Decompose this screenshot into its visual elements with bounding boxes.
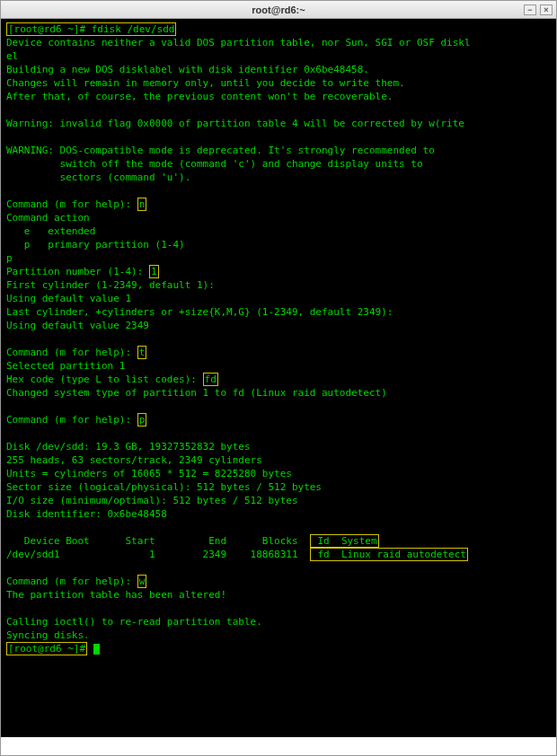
disk-info-line: 255 heads, 63 sectors/track, 2349 cylind… (6, 454, 262, 466)
output-line: el (6, 50, 18, 62)
output-line: Changes will remain in memory only, unti… (6, 77, 405, 89)
table-row-idsys: fd Linux raid autodetect (310, 548, 468, 561)
user-input-fd: fd (203, 373, 218, 386)
output-line: WARNING: DOS-compatible mode is deprecat… (6, 145, 435, 156)
output-line: Warning: invalid flag 0x0000 of partitio… (6, 118, 464, 129)
output-line: After that, of course, the previous cont… (6, 91, 393, 102)
shell-prompt: [root@rd6 ~]# (8, 643, 85, 655)
output-line: Selected partition 1 (6, 360, 125, 372)
command-prompt: Command (m for help): (6, 576, 131, 587)
table-header: Device Boot Start End Blocks (6, 535, 310, 547)
user-input-w: w (137, 575, 147, 588)
output-line: Building a new DOS disklabel with disk i… (6, 64, 369, 75)
output-line: Changed system type of partition 1 to fd… (6, 387, 387, 399)
output-line: p primary partition (1-4) (6, 239, 185, 251)
output-line: The partition table has been altered! (6, 589, 226, 601)
output-line: Device contains neither a valid DOS part… (6, 37, 471, 48)
user-input-t: t (137, 346, 147, 359)
output-line: First cylinder (1-2349, default 1): (6, 279, 215, 291)
fdisk-command: fdisk /dev/sdd (92, 23, 175, 35)
output-line: switch off the mode (command 'c') and ch… (6, 158, 423, 170)
shell-prompt: [root@rd6 ~]# (8, 23, 85, 35)
disk-info-line: Sector size (logical/physical): 512 byte… (6, 481, 322, 493)
output-line: Command action (6, 212, 90, 224)
window-titlebar: root@rd6:~ − × (1, 1, 556, 19)
disk-info-line: Disk identifier: 0x6be48458 (6, 508, 167, 520)
user-input-p: p (137, 413, 147, 426)
output-line: e extended (6, 225, 95, 237)
user-input-p: p (6, 252, 13, 264)
partition-number-prompt: Partition number (1-4): (6, 266, 143, 277)
disk-info-line: Units = cylinders of 16065 * 512 = 82252… (6, 468, 292, 479)
hexcode-prompt: Hex code (type L to list codes): (6, 374, 197, 385)
command-prompt: Command (m for help): (6, 347, 131, 358)
disk-info-line: Disk /dev/sdd: 19.3 GB, 19327352832 byte… (6, 441, 251, 453)
output-line: Last cylinder, +cylinders or +size{K,M,G… (6, 306, 393, 318)
output-line: Calling ioctl() to re-read partition tab… (6, 616, 262, 628)
window-title: root@rd6:~ (252, 4, 305, 15)
command-prompt: Command (m for help): (6, 198, 131, 210)
output-line: Using default value 2349 (6, 320, 149, 331)
output-line: sectors (command 'u'). (6, 171, 190, 183)
table-header-idsys: Id System (310, 534, 379, 548)
table-row: /dev/sdd1 1 2349 18868311 (6, 549, 310, 560)
output-line: Using default value 1 (6, 293, 131, 304)
close-button[interactable]: × (540, 4, 553, 15)
cursor-icon (93, 644, 100, 655)
terminal-output[interactable]: [root@rd6 ~]# fdisk /dev/sdd Device cont… (1, 19, 556, 737)
output-line: Syncing disks. (6, 629, 90, 641)
user-input-1: 1 (149, 265, 159, 278)
user-input-n: n (137, 198, 147, 211)
minimize-button[interactable]: − (524, 4, 536, 15)
command-prompt: Command (m for help): (6, 414, 131, 426)
disk-info-line: I/O size (minimum/optimal): 512 bytes / … (6, 495, 298, 506)
watermark-url: http://www.tecmint.com (428, 735, 547, 750)
